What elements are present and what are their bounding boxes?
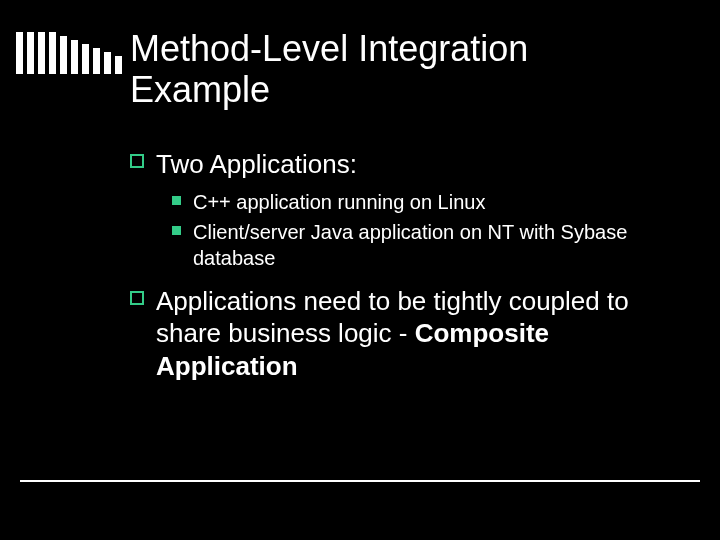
sub-bullet-group: C++ application running on Linux Client/… <box>172 189 670 271</box>
deco-bar <box>27 32 34 74</box>
bullet-text-part: Applications need to be tightly coupled … <box>156 286 629 349</box>
slide-title: Method-Level Integration Example <box>130 28 660 111</box>
bullet-text: Applications need to be tightly coupled … <box>156 285 670 383</box>
bullet-text: C++ application running on Linux <box>193 189 485 215</box>
deco-bar <box>49 32 56 74</box>
filled-square-icon <box>172 196 181 205</box>
deco-bar <box>71 40 78 74</box>
deco-bar <box>93 48 100 74</box>
slide-body: Two Applications: C++ application runnin… <box>130 148 670 390</box>
deco-bar <box>60 36 67 74</box>
deco-bar <box>38 32 45 74</box>
bullet-text: Two Applications: <box>156 148 357 181</box>
slide: Method-Level Integration Example Two App… <box>0 0 720 540</box>
decorative-bars <box>16 32 122 74</box>
deco-bar <box>115 56 122 74</box>
bullet-level1: Two Applications: <box>130 148 670 181</box>
deco-bar <box>82 44 89 74</box>
bullet-level2: C++ application running on Linux <box>172 189 670 215</box>
bullet-level2: Client/server Java application on NT wit… <box>172 219 670 271</box>
hollow-square-icon <box>130 291 144 305</box>
hollow-square-icon <box>130 154 144 168</box>
horizontal-rule <box>20 480 700 482</box>
bullet-level1: Applications need to be tightly coupled … <box>130 285 670 383</box>
filled-square-icon <box>172 226 181 235</box>
deco-bar <box>16 32 23 74</box>
deco-bar <box>104 52 111 74</box>
bullet-text: Client/server Java application on NT wit… <box>193 219 670 271</box>
